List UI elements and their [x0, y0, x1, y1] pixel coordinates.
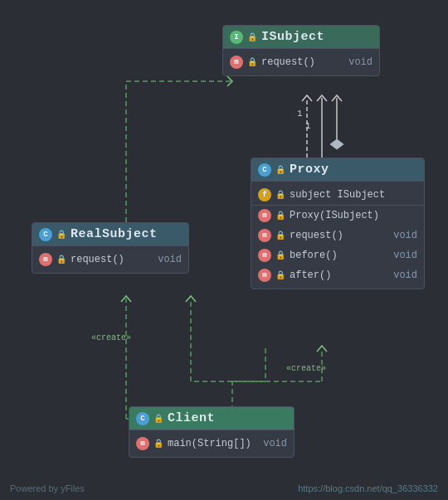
svg-marker-5 [330, 139, 343, 149]
realsubject-lock-icon: 🔒 [56, 230, 66, 240]
realsubject-body: m 🔒 request() void [32, 246, 188, 273]
client-m-badge: m [136, 437, 149, 450]
client-title: Client [168, 411, 215, 425]
proxy-body: f 🔒 subject ISubject m 🔒 Proxy(ISubject)… [251, 182, 424, 289]
isubject-header: I 🔒 ISubject [223, 26, 379, 48]
isubject-method-request-type: void [348, 56, 373, 68]
proxy-m3-lock: 🔒 [275, 250, 285, 260]
proxy-method-constructor: m 🔒 Proxy(ISubject) [251, 206, 424, 226]
client-header: C 🔒 Client [129, 407, 294, 430]
proxy-field-subject-text: subject ISubject [290, 189, 417, 201]
realsubject-type-badge: C [39, 228, 52, 241]
client-box: C 🔒 Client m 🔒 main(String[]) void [129, 406, 295, 458]
isubject-lock-icon: 🔒 [247, 32, 257, 42]
proxy-lock-icon: 🔒 [275, 165, 285, 175]
realsubject-method-request-text: request() [71, 254, 153, 265]
proxy-method-before: m 🔒 before() void [251, 245, 424, 265]
diagram-container: «create» «create» 1 1 I 🔒 ISubject m 🔒 r… [0, 0, 448, 500]
footer-powered-by: Powered by yFiles [10, 483, 85, 493]
footer-url: https://blog.csdn.net/qq_36336332 [298, 483, 438, 493]
isubject-type-badge: I [230, 31, 243, 44]
isubject-title: ISubject [261, 30, 324, 44]
proxy-m4-badge: m [258, 269, 271, 282]
svg-text:1: 1 [305, 121, 311, 131]
isubject-m-lock: 🔒 [247, 57, 257, 67]
realsubject-header: C 🔒 RealSubject [32, 223, 188, 245]
realsubject-method-request: m 🔒 request() void [32, 250, 188, 269]
proxy-method-request-text: request() [290, 230, 389, 241]
client-body: m 🔒 main(String[]) void [129, 430, 294, 457]
proxy-f-badge: f [258, 188, 271, 201]
isubject-method-request: m 🔒 request() void [223, 52, 379, 72]
client-type-badge: C [136, 412, 149, 425]
svg-text:«create»: «create» [286, 364, 326, 373]
proxy-method-constructor-text: Proxy(ISubject) [290, 210, 417, 221]
client-lock-icon: 🔒 [153, 414, 163, 424]
proxy-method-after-text: after() [290, 269, 389, 281]
proxy-method-before-text: before() [290, 250, 389, 261]
proxy-header: C 🔒 Proxy [251, 158, 424, 181]
client-method-main-type: void [263, 438, 287, 449]
proxy-method-before-type: void [393, 250, 417, 261]
proxy-m4-lock: 🔒 [275, 270, 285, 280]
proxy-method-after-type: void [393, 269, 417, 281]
client-method-main: m 🔒 main(String[]) void [129, 434, 294, 454]
client-m-lock: 🔒 [153, 439, 163, 449]
svg-text:«create»: «create» [91, 333, 131, 342]
proxy-type-badge: C [258, 163, 271, 177]
realsubject-box: C 🔒 RealSubject m 🔒 request() void [32, 222, 189, 274]
proxy-field-subject: f 🔒 subject ISubject [251, 185, 424, 205]
isubject-box: I 🔒 ISubject m 🔒 request() void [222, 25, 380, 76]
isubject-body: m 🔒 request() void [223, 49, 379, 75]
proxy-method-request-type: void [393, 230, 417, 241]
realsubject-method-request-type: void [158, 254, 182, 265]
client-method-main-text: main(String[]) [168, 438, 259, 449]
proxy-title: Proxy [290, 163, 329, 177]
proxy-m2-lock: 🔒 [275, 231, 285, 240]
realsubject-title: RealSubject [71, 227, 158, 241]
isubject-method-request-text: request() [261, 56, 344, 68]
realsubject-m-lock: 🔒 [56, 255, 66, 265]
svg-text:1: 1 [297, 109, 303, 119]
isubject-m-badge: m [230, 56, 243, 69]
proxy-m3-badge: m [258, 249, 271, 262]
proxy-f-lock: 🔒 [275, 190, 285, 200]
proxy-m1-badge: m [258, 209, 271, 222]
proxy-m2-badge: m [258, 229, 271, 242]
proxy-m1-lock: 🔒 [275, 211, 285, 221]
proxy-method-after: m 🔒 after() void [251, 265, 424, 285]
realsubject-m-badge: m [39, 253, 52, 266]
proxy-box: C 🔒 Proxy f 🔒 subject ISubject m 🔒 Proxy… [251, 158, 425, 289]
proxy-method-request: m 🔒 request() void [251, 226, 424, 245]
